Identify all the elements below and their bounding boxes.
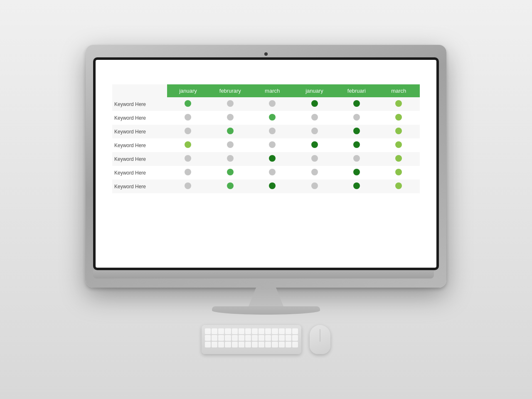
keyboard-key: [212, 342, 217, 347]
dot-cell: [378, 125, 420, 138]
dot-green-light: [185, 141, 191, 148]
keyboard-key: [232, 328, 238, 334]
dot-cell: [293, 111, 335, 125]
dot-cell: [251, 152, 293, 166]
dot-gray: [269, 100, 276, 107]
keyboard-key: [239, 328, 244, 334]
dot-cell: [209, 166, 251, 180]
dot-cell: [251, 166, 293, 180]
dot-green-dark: [353, 141, 360, 148]
monitor-bezel: january februrary march january februari…: [93, 57, 439, 270]
dot-green-dark: [353, 128, 360, 134]
keyboard-key: [279, 335, 285, 341]
plan-table-wrapper: january februrary march january februari…: [112, 83, 420, 193]
keyboard-key: [212, 328, 217, 334]
dot-green-light: [395, 155, 402, 162]
dot-gray: [269, 169, 276, 175]
row-label: Keyword Here: [112, 111, 167, 125]
dot-gray: [269, 128, 276, 134]
keyboard-key: [232, 335, 238, 341]
dot-green-mid: [227, 169, 234, 175]
col-2019-jan: january: [293, 84, 335, 97]
dot-cell: [293, 138, 335, 152]
row-label: Keyword Here: [112, 180, 167, 193]
dot-cell: [335, 125, 377, 138]
dot-cell: [167, 97, 209, 111]
monitor: january februrary march january februari…: [86, 45, 446, 354]
dot-cell: [335, 180, 377, 193]
dot-gray: [227, 114, 234, 121]
dot-green-mid: [185, 100, 191, 107]
keyboard-key: [265, 342, 271, 347]
dot-gray: [185, 169, 191, 175]
row-label: Keyword Here: [112, 97, 167, 111]
dot-cell: [209, 138, 251, 152]
monitor-stand-base: [212, 306, 320, 315]
keyboard-key: [205, 342, 211, 347]
monitor-bottom-bar: [93, 270, 434, 278]
col-2018-jan: january: [167, 84, 209, 97]
plan-table: january februrary march january februari…: [112, 84, 420, 193]
keyboard-key: [286, 328, 291, 334]
col-2019-feb: februari: [335, 84, 377, 97]
dot-green-light: [395, 169, 402, 175]
keyboard-area: [202, 325, 330, 354]
keyboard-key: [218, 335, 224, 341]
dot-green-dark: [269, 155, 276, 162]
dot-cell: [167, 125, 209, 138]
dot-cell: [209, 97, 251, 111]
table-row: Keyword Here: [112, 180, 420, 193]
dot-cell: [293, 166, 335, 180]
keyboard-key: [272, 342, 278, 347]
keyboard-key: [245, 335, 251, 341]
keyboard-key: [272, 335, 278, 341]
table-row: Keyword Here: [112, 138, 420, 152]
dot-cell: [209, 180, 251, 193]
row-label: Keyword Here: [112, 166, 167, 180]
dot-cell: [378, 111, 420, 125]
dot-gray: [353, 114, 360, 121]
table-row: Keyword Here: [112, 111, 420, 125]
keyboard-key: [279, 328, 285, 334]
dot-cell: [293, 97, 335, 111]
dot-cell: [378, 152, 420, 166]
keyboard-key: [225, 335, 231, 341]
dot-green-dark: [269, 182, 276, 189]
dot-cell: [209, 152, 251, 166]
dot-cell: [251, 138, 293, 152]
dot-green-mid: [227, 182, 234, 189]
dot-cell: [335, 97, 377, 111]
col-2018-mar: march: [251, 84, 293, 97]
keyboard-key: [212, 335, 217, 341]
dot-gray: [227, 155, 234, 162]
keyboard-key: [252, 335, 258, 341]
keyboard-keys: [202, 325, 301, 349]
dot-gray: [311, 128, 318, 134]
table-row: Keyword Here: [112, 152, 420, 166]
dot-green-dark: [311, 141, 318, 148]
dot-cell: [251, 111, 293, 125]
mouse: [310, 325, 330, 354]
keyboard-key: [245, 328, 251, 334]
dot-cell: [251, 180, 293, 193]
dot-green-light: [395, 128, 402, 134]
dot-cell: [251, 125, 293, 138]
webcam-icon: [264, 52, 268, 56]
keyboard-key: [286, 335, 291, 341]
dot-green-dark: [353, 182, 360, 189]
dot-gray: [185, 182, 191, 189]
dot-gray: [227, 100, 234, 107]
keyboard-key: [292, 335, 298, 341]
row-label: Keyword Here: [112, 125, 167, 138]
dot-green-mid: [269, 114, 276, 121]
dot-gray: [227, 141, 234, 148]
dot-cell: [335, 166, 377, 180]
col-2018-feb: februrary: [209, 84, 251, 97]
dot-green-light: [395, 100, 402, 107]
keyboard-key: [218, 342, 224, 347]
dot-cell: [293, 152, 335, 166]
table-row: Keyword Here: [112, 166, 420, 180]
dot-cell: [209, 125, 251, 138]
dot-gray: [185, 155, 191, 162]
keyboard-key: [239, 342, 244, 347]
